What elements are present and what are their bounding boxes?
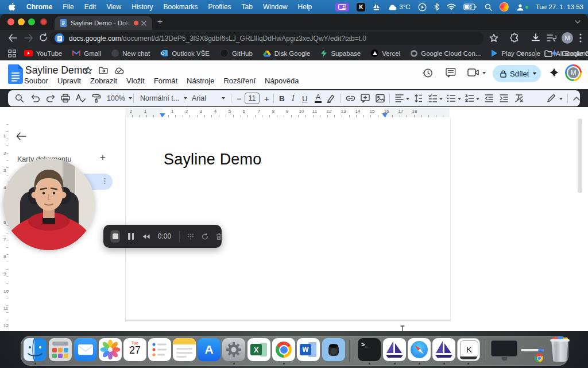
color-wheel-menu-icon[interactable] [500,2,509,12]
menu-tab[interactable]: Tab [237,3,258,11]
menu-help[interactable]: Help [293,3,318,11]
apps-grid-icon[interactable] [8,49,16,57]
numbered-list-icon[interactable] [465,94,474,102]
paint-format-icon[interactable] [92,94,101,103]
line-spacing-icon[interactable] [413,94,422,103]
bookmarks-overflow-chevron[interactable]: » [520,49,524,57]
align-icon[interactable] [395,94,404,102]
share-dropdown-caret[interactable] [533,72,536,75]
text-color-button[interactable]: A [315,90,322,106]
left-indent-marker[interactable] [160,113,165,117]
spell-check-icon[interactable] [76,94,86,103]
meet-camera-icon[interactable] [467,68,479,76]
bookmark-supabase[interactable]: Supabase [320,49,361,57]
sailboat-app-icon-2[interactable] [432,338,455,361]
pause-recording-button[interactable] [128,233,134,240]
minimized-window-thumbnail[interactable] [491,340,546,363]
collapse-panel-back-icon[interactable] [16,132,26,140]
menu-nastroje[interactable]: Nástroje [187,76,214,85]
tab-close-icon[interactable] [141,21,146,26]
checklist-caret[interactable] [439,98,443,100]
increase-indent-icon[interactable] [500,94,508,102]
account-avatar[interactable]: M [565,64,582,81]
safari-app-icon[interactable] [408,338,431,361]
spotlight-search-icon[interactable] [485,3,492,11]
bold-button[interactable]: B [279,90,285,106]
menu-app-name[interactable]: Chrome [21,3,57,11]
bookmark-google-cloud[interactable]: Google Cloud Con... [411,50,481,57]
menu-profiles[interactable]: Profiles [203,3,237,11]
decrease-indent-icon[interactable] [485,94,493,102]
google-docs-logo[interactable] [8,64,23,84]
reload-icon[interactable] [39,33,48,42]
apple-menu-icon[interactable] [0,3,21,12]
discard-recording-trash-icon[interactable] [216,232,222,241]
all-bookmarks-button[interactable]: All Bookmarks [544,50,588,57]
bookmark-vercel[interactable]: Vercel [371,49,400,57]
horizontal-ruler[interactable]: 21123456789101112131415161718 [125,108,450,118]
editing-mode-caret[interactable] [559,98,563,100]
highlight-color-icon[interactable] [326,94,335,103]
notes-app-icon[interactable] [173,338,196,361]
undo-icon[interactable] [31,94,40,102]
chrome-app-icon[interactable] [272,338,295,361]
font-select[interactable]: Arial [192,90,225,106]
document-page[interactable]: Sayline Demo [125,117,451,320]
menus-search-icon[interactable] [15,94,24,103]
share-button[interactable]: Sdílet [493,65,541,82]
bookmark-youtube[interactable]: YouTube [24,50,62,57]
trash-icon[interactable] [550,338,570,363]
bluetooth-icon[interactable] [434,3,439,11]
k-keyboard-app-icon[interactable]: K [457,338,480,361]
clear-formatting-icon[interactable] [514,94,524,103]
bookmark-outlook[interactable]: Outlook VŠE [160,49,210,57]
tab-options-kebab[interactable]: ⋮ [101,177,109,185]
add-comment-icon[interactable] [361,94,370,103]
screen-sharing-indicator-icon[interactable] [335,3,349,12]
minimize-window-button[interactable] [18,18,25,25]
gemini-sparkle-icon[interactable] [549,67,559,78]
mail-app-icon[interactable] [74,338,97,361]
zoom-window-button[interactable] [28,18,35,25]
menu-edit[interactable]: Edit [79,3,102,11]
draw-tools-icon[interactable] [187,232,194,241]
checklist-icon[interactable] [428,94,437,102]
stop-recording-button[interactable] [110,230,120,243]
sailboat-menu-icon[interactable] [373,3,380,11]
recording-indicator-dot[interactable] [40,18,47,25]
word-app-icon[interactable]: W [297,338,320,361]
forward-icon[interactable] [24,34,33,42]
cloud-save-status-icon[interactable] [114,67,124,74]
bookmark-github[interactable]: GitHub [220,49,253,57]
menu-soubor[interactable]: Soubor [24,76,48,85]
redo-icon[interactable] [46,94,55,102]
new-tab-button[interactable]: + [157,16,163,28]
reminders-app-icon[interactable] [148,338,171,361]
align-caret[interactable] [406,98,409,100]
calendar-app-icon[interactable]: Tue 27 [123,338,146,361]
finder-app-icon[interactable] [24,338,47,361]
bookmark-new-chat[interactable]: New chat [111,49,150,57]
menu-history[interactable]: History [126,3,158,11]
right-indent-marker[interactable] [382,113,388,117]
zoom-select[interactable]: 100% [107,90,132,106]
document-title[interactable]: Sayline Demo [25,64,88,76]
now-playing-icon[interactable] [418,3,427,12]
sailboat-app-icon[interactable] [383,338,406,361]
download-icon[interactable] [531,33,540,43]
speaker-device-app-icon[interactable] [322,338,345,361]
extensions-icon[interactable] [510,33,519,43]
numbered-list-caret[interactable] [476,98,479,100]
increase-font-size-button[interactable]: + [264,90,269,106]
menu-view[interactable]: View [101,3,126,11]
excel-app-icon[interactable]: X [247,338,270,361]
styles-select[interactable]: Normální t... [140,90,187,106]
browser-profile-avatar[interactable]: M [562,32,573,44]
hide-menus-chevron-icon[interactable] [573,96,580,101]
decrease-font-size-button[interactable]: − [237,90,242,106]
move-to-folder-icon[interactable] [99,67,108,74]
battery-icon[interactable] [463,3,477,10]
launchpad-app-icon[interactable] [49,338,72,361]
back-icon[interactable] [8,34,17,42]
docs-scrollbar-thumb[interactable] [578,118,582,193]
